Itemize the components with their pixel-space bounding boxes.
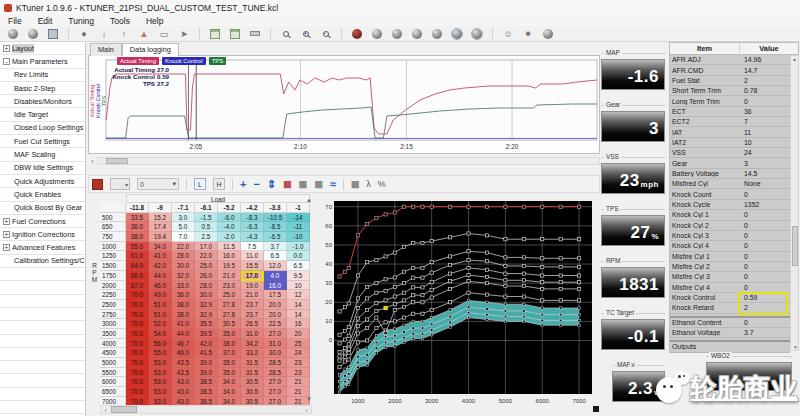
table-cell[interactable]: 42.0: [149, 261, 172, 271]
legend-chip[interactable]: TPS: [209, 57, 227, 65]
zoom-out-icon[interactable]: -: [321, 29, 331, 39]
table-cell[interactable]: 12.0: [264, 261, 287, 271]
table-col-header[interactable]: -6.1: [195, 203, 218, 213]
ecu-connect-icon[interactable]: [8, 29, 18, 39]
table-cell[interactable]: 11.5: [218, 242, 241, 252]
table-cell[interactable]: 31.5: [241, 368, 264, 378]
table-row-header[interactable]: 650: [100, 222, 126, 232]
table-cell[interactable]: 17.0: [195, 242, 218, 252]
lambda-icon[interactable]: λ: [366, 178, 371, 190]
compare-bar-icon[interactable]: [250, 31, 260, 36]
table-cell[interactable]: 22.5: [264, 319, 287, 329]
table-cell[interactable]: 27.0: [264, 329, 287, 339]
table-cell[interactable]: 70.0: [126, 358, 149, 368]
table-cell[interactable]: 36.0: [172, 290, 195, 300]
table-cell[interactable]: 70.0: [126, 368, 149, 378]
table-row-header[interactable]: 1000: [100, 242, 126, 252]
table-row-header[interactable]: 2000: [100, 281, 126, 291]
table-cell[interactable]: -14: [287, 213, 310, 223]
table-cell[interactable]: 7.0: [172, 232, 195, 242]
table-row-header[interactable]: 5000: [100, 358, 126, 368]
table-row-header[interactable]: 1250: [100, 251, 126, 261]
table-col-header[interactable]: -5.2: [218, 203, 241, 213]
upload-arrow-icon[interactable]: ↑: [119, 29, 129, 39]
table-cell[interactable]: 23.7: [241, 310, 264, 320]
table-cell[interactable]: 23: [287, 368, 310, 378]
table-col-header[interactable]: -3.3: [264, 203, 287, 213]
table-select-col-icon[interactable]: ▦: [299, 178, 308, 190]
table-cell[interactable]: 39.0: [195, 358, 218, 368]
table-cell[interactable]: 5.0: [172, 222, 195, 232]
table-cell[interactable]: 31.5: [241, 358, 264, 368]
table-cell[interactable]: 43.5: [172, 368, 195, 378]
table-cell[interactable]: 61.0: [126, 251, 149, 261]
table-cell[interactable]: -1.0: [287, 242, 310, 252]
monitor-scrollbar[interactable]: ▲▼: [790, 55, 799, 351]
table-cell[interactable]: 10: [287, 281, 310, 291]
table-col-header[interactable]: -9: [149, 203, 172, 213]
table-cell[interactable]: 28.0: [172, 251, 195, 261]
table-cell[interactable]: 43.5: [172, 358, 195, 368]
table-cell[interactable]: 44.0: [149, 271, 172, 281]
table-cell[interactable]: 38.0: [172, 300, 195, 310]
table-cell[interactable]: 17.4: [149, 222, 172, 232]
table-cell[interactable]: 39.5: [195, 329, 218, 339]
table-row-header[interactable]: 1750: [100, 271, 126, 281]
sidebar-item-closed-loop-settings[interactable]: Closed Loop Settings: [0, 122, 85, 135]
table-cell[interactable]: 0.0: [287, 251, 310, 261]
record-cell-button[interactable]: [92, 179, 103, 190]
table-cell[interactable]: 70.0: [126, 348, 149, 358]
table-cell[interactable]: 43.0: [172, 377, 195, 387]
table-cell[interactable]: 21.0: [218, 271, 241, 281]
save-icon[interactable]: [48, 29, 58, 39]
legend-chip[interactable]: Knock Control: [162, 57, 206, 65]
table-cell[interactable]: -6.5: [264, 232, 287, 242]
table-cell[interactable]: -4.3: [241, 232, 264, 242]
table-cell[interactable]: 22.0: [172, 242, 195, 252]
gauge-dark-red-icon[interactable]: [352, 29, 362, 39]
table-cell[interactable]: 24: [287, 348, 310, 358]
table-cell[interactable]: 11.0: [241, 251, 264, 261]
new-window-icon[interactable]: ▭: [159, 29, 169, 39]
table-cell[interactable]: 33.5: [126, 213, 149, 223]
table-cell[interactable]: 16.0: [218, 251, 241, 261]
table-cell[interactable]: 70.0: [126, 329, 149, 339]
table-cell[interactable]: 26.5: [241, 319, 264, 329]
table-row-header[interactable]: 3500: [100, 329, 126, 339]
sidebar-item-calibration-settings-c[interactable]: Calibration Settings/C: [0, 255, 85, 268]
table-cell[interactable]: -8.3: [241, 213, 264, 223]
table-cell[interactable]: -11: [287, 222, 310, 232]
table-cell[interactable]: -10: [287, 232, 310, 242]
sidebar-item-quick-adjustments[interactable]: Quick Adjustments: [0, 175, 85, 188]
table-cell[interactable]: 34.0: [218, 387, 241, 397]
flash-write-icon[interactable]: ●: [79, 29, 89, 39]
table-row-header[interactable]: 2500: [100, 300, 126, 310]
table-hscrollbar[interactable]: ‹ ›: [100, 405, 312, 414]
table-cell[interactable]: 6.5: [287, 261, 310, 271]
table-cell[interactable]: 53.0: [149, 358, 172, 368]
table-cell[interactable]: 33.2: [241, 348, 264, 358]
table-cell[interactable]: 70.0: [126, 300, 149, 310]
table-cell[interactable]: 16.0: [264, 281, 287, 291]
table-cell[interactable]: 35.0: [218, 329, 241, 339]
table-cell[interactable]: -6.3: [241, 222, 264, 232]
table-cell[interactable]: 70.0: [126, 310, 149, 320]
table-cell[interactable]: 2.5: [195, 232, 218, 242]
table-cell[interactable]: -6.0: [218, 213, 241, 223]
table-cell[interactable]: 51.0: [149, 310, 172, 320]
table-cell[interactable]: 38.0: [172, 310, 195, 320]
menu-edit[interactable]: Edit: [30, 16, 61, 26]
collapse-icon[interactable]: -: [3, 58, 10, 65]
table-cell[interactable]: 22.0: [195, 251, 218, 261]
table-cell[interactable]: 21: [287, 377, 310, 387]
table-cell[interactable]: -10.5: [264, 213, 287, 223]
expand-icon[interactable]: +: [3, 45, 10, 52]
table-row-header[interactable]: 2250: [100, 290, 126, 300]
gauge-f-icon[interactable]: [472, 29, 482, 39]
table-cell[interactable]: 19.0: [241, 281, 264, 291]
table-cell[interactable]: 32.9: [195, 310, 218, 320]
table-cell[interactable]: 36.0: [126, 222, 149, 232]
table-cell[interactable]: 14: [287, 310, 310, 320]
user-profile-icon[interactable]: ☺: [503, 29, 513, 39]
table-cell[interactable]: 28.5: [264, 358, 287, 368]
